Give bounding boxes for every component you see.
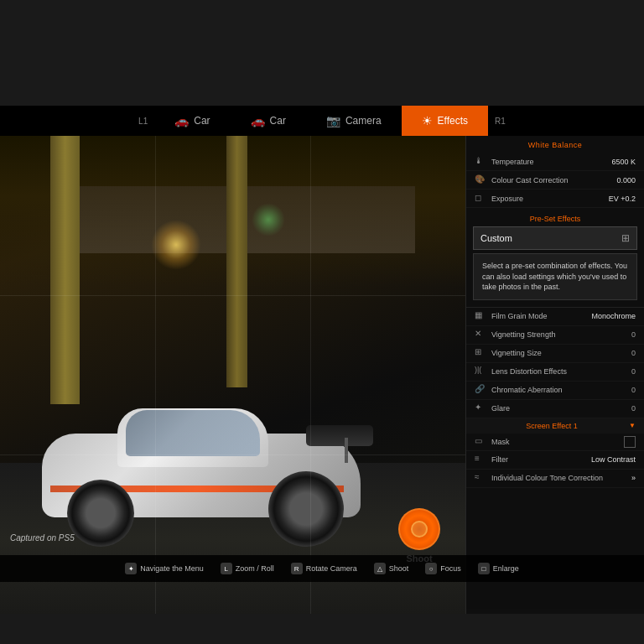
filmgrain-mode-label: Film Grain Mode <box>491 312 591 320</box>
white-balance-header: White Balance <box>466 136 644 153</box>
vignetting-strength-icon: ✕ <box>475 329 486 340</box>
car-wheel-front <box>67 480 134 547</box>
vignetting-strength-row[interactable]: ✕ Vignetting Strength 0 <box>466 326 644 345</box>
light-spot-warm <box>151 220 201 270</box>
tab-camera-label: Camera <box>345 115 382 127</box>
glare-row[interactable]: ✦ Glare 0 <box>466 400 644 418</box>
mask-checkbox[interactable] <box>624 436 636 448</box>
lens-distortion-value: 0 <box>631 367 636 376</box>
vignetting-strength-label: Vignetting Strength <box>491 330 631 339</box>
exposure-value: EV +0.2 <box>609 195 636 203</box>
individual-colour-arrow: » <box>631 474 636 482</box>
top-navigation: L1 🚗 Car 🚗 Car 📷 Camera ☀ Effects R1 <box>0 106 644 136</box>
vignetting-size-icon: ⊞ <box>475 347 486 359</box>
filmgrain-mode-row[interactable]: ▦ Film Grain Mode Monochrome <box>466 308 644 326</box>
temperature-row[interactable]: 🌡 Temperature 6500 K <box>466 153 644 171</box>
screen-effect-arrow-icon: ▼ <box>629 422 636 429</box>
filter-icon: ≡ <box>475 454 486 465</box>
preset-section: Pre-Set Effects Custom ⊞ Select a pre-se… <box>466 208 644 307</box>
car-spoiler-post <box>345 438 348 463</box>
car-shape <box>17 413 386 547</box>
shoot-circle-inner <box>411 521 428 538</box>
chromatic-value: 0 <box>631 386 636 394</box>
screen-effect-label: Screen Effect 1 <box>475 422 629 430</box>
focus-label: Focus <box>440 564 461 573</box>
colourcast-label: Colour Cast Correction <box>491 176 616 184</box>
car-spoiler <box>306 425 373 446</box>
control-bar: ✦ Navigate the Menu L Zoom / Roll R Rota… <box>0 555 644 582</box>
preset-dropdown-label: Custom <box>480 233 621 243</box>
chromatic-row[interactable]: 🔗 Chromatic Aberration 0 <box>466 382 644 400</box>
navigate-icon: ✦ <box>125 563 137 574</box>
car-model <box>17 329 419 547</box>
car-photo-icon: 🚗 <box>174 114 189 127</box>
shoot-ctrl-label: Shoot <box>389 564 409 573</box>
rb-button[interactable]: R1 <box>488 117 512 126</box>
camera-icon: 📷 <box>326 114 340 127</box>
vignetting-size-value: 0 <box>631 349 636 357</box>
zoom-label: Zoom / Roll <box>236 564 274 573</box>
colourcast-icon: 🎨 <box>475 174 486 186</box>
control-navigate: ✦ Navigate the Menu <box>125 563 204 574</box>
exposure-row[interactable]: ◻ Exposure EV +0.2 <box>466 190 644 208</box>
vignetting-strength-value: 0 <box>631 330 636 339</box>
control-shoot: △ Shoot <box>374 563 409 574</box>
temperature-value: 6500 K <box>611 158 636 166</box>
filter-value: Low Contrast <box>591 455 636 464</box>
glare-icon: ✦ <box>475 402 486 414</box>
lens-distortion-label: Lens Distortion Effects <box>491 367 631 376</box>
enlarge-label: Enlarge <box>493 564 519 573</box>
filmgrain-mode-value: Monochrome <box>591 312 636 320</box>
control-rotate: R Rotate Camera <box>291 563 357 574</box>
tab-camera[interactable]: 📷 Camera <box>306 106 402 136</box>
tab-car-photo-label: Car <box>194 115 210 127</box>
shoot-circle <box>398 508 440 550</box>
filmgrain-icon: ▦ <box>475 310 486 322</box>
screen-wrapper: L1 🚗 Car 🚗 Car 📷 Camera ☀ Effects R1 <box>0 106 644 609</box>
effects-panel: White Balance 🌡 Temperature 6500 K 🎨 Col… <box>465 136 644 614</box>
temperature-icon: 🌡 <box>475 156 486 168</box>
rotate-icon: R <box>291 563 303 574</box>
lb-button[interactable]: L1 <box>132 117 154 126</box>
colourcast-row[interactable]: 🎨 Colour Cast Correction 0.000 <box>466 171 644 190</box>
glare-label: Glare <box>491 404 631 413</box>
preset-dropdown[interactable]: Custom ⊞ <box>473 226 637 250</box>
navigate-label: Navigate the Menu <box>140 564 204 573</box>
game-background: Captured on PS5 Shoot <box>0 136 465 614</box>
individual-colour-icon: ≈ <box>475 472 486 484</box>
effects-icon: ☀ <box>422 114 433 127</box>
tab-effects[interactable]: ☀ Effects <box>402 106 488 136</box>
tab-car-photo[interactable]: 🚗 Car <box>154 106 230 136</box>
lens-distortion-icon: )|( <box>475 366 486 377</box>
car-windshield <box>126 410 260 456</box>
filter-row[interactable]: ≡ Filter Low Contrast <box>466 451 644 470</box>
temperature-label: Temperature <box>491 158 611 166</box>
vignetting-size-row[interactable]: ⊞ Vignetting Size 0 <box>466 345 644 363</box>
control-zoom: L Zoom / Roll <box>221 563 274 574</box>
captured-label: Captured on PS5 <box>10 533 75 543</box>
tab-car-setup-label: Car <box>270 115 286 127</box>
tab-car-setup[interactable]: 🚗 Car <box>231 106 306 136</box>
control-enlarge: □ Enlarge <box>478 563 519 574</box>
exposure-icon: ◻ <box>475 193 486 205</box>
mask-row[interactable]: ▭ Mask <box>466 434 644 451</box>
colourcast-value: 0.000 <box>616 176 636 184</box>
individual-colour-row[interactable]: ≈ Individual Colour Tone Correction » <box>466 470 644 488</box>
mask-label: Mask <box>491 438 624 446</box>
shoot-icon: △ <box>374 563 386 574</box>
control-focus: ○ Focus <box>425 563 461 574</box>
lens-distortion-row[interactable]: )|( Lens Distortion Effects 0 <box>466 363 644 382</box>
enlarge-icon: □ <box>478 563 490 574</box>
car-setup-icon: 🚗 <box>251 114 265 127</box>
preset-effects-header: Pre-Set Effects <box>473 211 637 226</box>
zoom-icon: L <box>221 563 232 574</box>
light-spot-green <box>252 203 285 236</box>
tab-effects-label: Effects <box>438 115 468 127</box>
film-grain-section: ▦ Film Grain Mode Monochrome ✕ Vignettin… <box>466 307 644 418</box>
preset-tooltip: Select a pre-set combination of effects.… <box>473 253 637 300</box>
game-viewport: Captured on PS5 Shoot <box>0 136 465 614</box>
screen-effect-header: Screen Effect 1 ▼ <box>466 418 644 434</box>
car-wheel-rear <box>268 471 344 547</box>
individual-colour-label: Individual Colour Tone Correction <box>491 474 631 482</box>
exposure-label: Exposure <box>491 195 609 203</box>
